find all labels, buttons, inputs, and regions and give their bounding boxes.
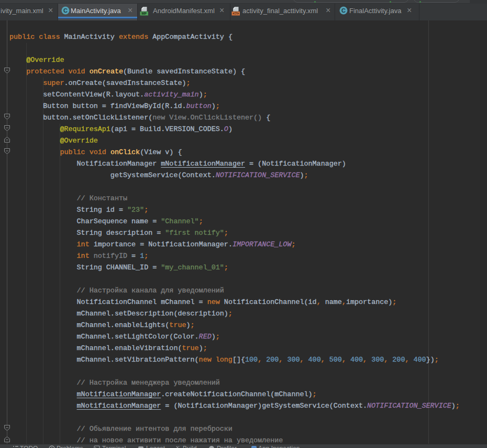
svg-text:<?>: <?>	[233, 12, 239, 15]
svg-text:C: C	[63, 7, 68, 14]
svg-text:MF: MF	[141, 12, 147, 15]
svg-text:C: C	[341, 7, 346, 14]
